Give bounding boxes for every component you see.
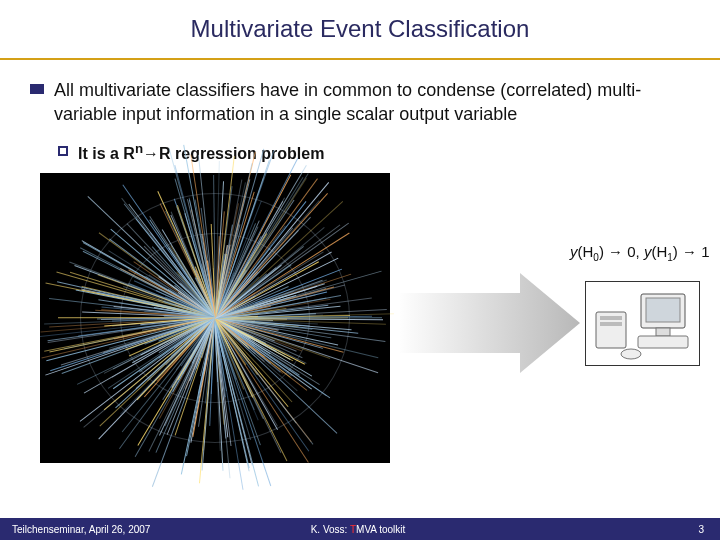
arrow-block — [400, 273, 580, 373]
f-y: y — [570, 243, 578, 260]
svg-marker-0 — [400, 273, 580, 373]
svg-rect-3 — [656, 328, 670, 336]
arrow-icon — [400, 273, 580, 373]
computer-clipart — [585, 281, 700, 366]
svg-rect-6 — [600, 316, 622, 320]
f-h0: H — [583, 243, 594, 260]
detector-event-image — [40, 173, 390, 463]
bullet2-arrow: → — [143, 145, 159, 162]
svg-point-8 — [621, 349, 641, 359]
bullet-level2: It is a Rn→R regression problem — [58, 141, 690, 163]
slide-body: All multivariate classifiers have in com… — [0, 60, 720, 483]
footer: Teilchenseminar, April 26, 2007 K. Voss:… — [0, 518, 720, 540]
bullet2-text: It is a Rn→R regression problem — [78, 141, 324, 163]
slide: Multivariate Event Classification All mu… — [0, 0, 720, 540]
f-y2: y — [644, 243, 652, 260]
f-h1: H — [656, 243, 667, 260]
footer-author: K. Voss: — [311, 524, 350, 535]
footer-rest: MVA toolkit — [356, 524, 405, 535]
bullet-level1: All multivariate classifiers have in com… — [30, 78, 690, 127]
title-bar: Multivariate Event Classification — [0, 0, 720, 60]
svg-rect-4 — [638, 336, 688, 348]
content-row: y(H0) → 0, y(H1) → 1 — [30, 173, 690, 483]
footer-center: K. Voss: TMVA toolkit — [243, 524, 474, 535]
footer-left: Teilchenseminar, April 26, 2007 — [0, 524, 243, 535]
slide-title: Multivariate Event Classification — [191, 15, 530, 43]
footer-page: 3 — [473, 524, 720, 535]
output-formula: y(H0) → 0, y(H1) → 1 — [570, 243, 710, 263]
bullet1-marker-icon — [30, 84, 44, 94]
bullet2-sup: n — [135, 141, 143, 156]
f-to0: ) → 0, — [599, 243, 644, 260]
svg-rect-7 — [600, 322, 622, 326]
bullet2-pre: It is a R — [78, 145, 135, 162]
f-to1: ) → 1 — [673, 243, 710, 260]
svg-rect-2 — [646, 298, 680, 322]
bullet1-text: All multivariate classifiers have in com… — [54, 78, 690, 127]
computer-icon — [586, 282, 701, 367]
bullet2-marker-icon — [58, 146, 68, 156]
